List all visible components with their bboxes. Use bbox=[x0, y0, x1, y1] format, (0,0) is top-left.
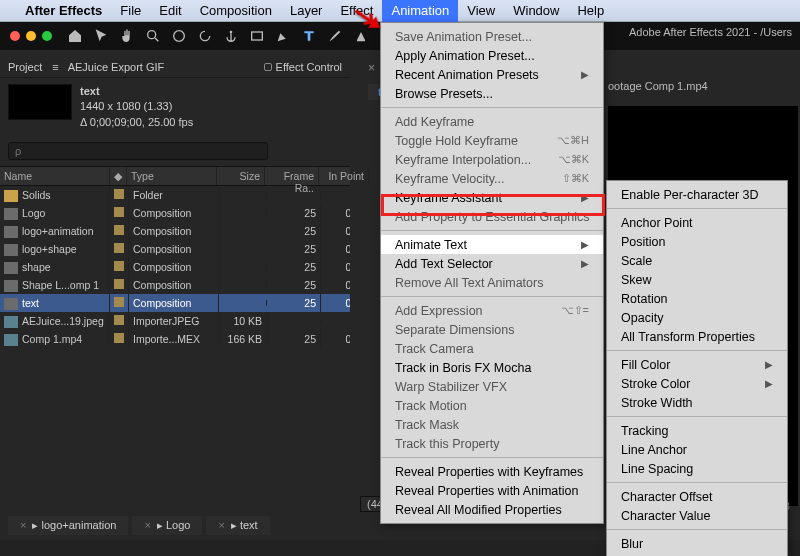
label-swatch[interactable] bbox=[114, 297, 124, 307]
anchor-tool-icon[interactable] bbox=[222, 27, 240, 45]
timeline-tab[interactable]: ×▸ Logo bbox=[132, 516, 202, 535]
menu-item[interactable]: Tracking bbox=[607, 421, 787, 440]
selected-comp-dims: 1440 x 1080 (1.33) bbox=[80, 99, 193, 114]
project-row[interactable]: Comp 1.mp4Importe...MEX166 KB250:00 bbox=[0, 330, 350, 348]
menu-item[interactable]: Scale bbox=[607, 251, 787, 270]
menu-item[interactable]: Reveal Properties with Animation bbox=[381, 481, 603, 500]
rotate-tool-icon[interactable] bbox=[196, 27, 214, 45]
menu-item[interactable]: Animate Text▶ bbox=[381, 235, 603, 254]
comp-thumbnail[interactable] bbox=[8, 84, 72, 120]
project-row[interactable]: textComposition250:00 bbox=[0, 294, 350, 312]
footage-icon bbox=[4, 316, 18, 328]
menu-item: Keyframe Interpolation...⌥⌘K bbox=[381, 150, 603, 169]
menu-item: Add Keyframe bbox=[381, 112, 603, 131]
menu-item[interactable]: Add Text Selector▶ bbox=[381, 254, 603, 273]
label-swatch[interactable] bbox=[114, 243, 124, 253]
menu-item[interactable]: Stroke Width bbox=[607, 393, 787, 412]
project-search-input[interactable] bbox=[8, 142, 268, 160]
menu-item[interactable]: Browse Presets... bbox=[381, 84, 603, 103]
hand-tool-icon[interactable] bbox=[118, 27, 136, 45]
menu-help[interactable]: Help bbox=[568, 0, 613, 22]
menu-item[interactable]: Reveal All Modified Properties bbox=[381, 500, 603, 519]
panel-menu-icon[interactable]: ≡ bbox=[52, 61, 57, 73]
project-row[interactable]: logo+shapeComposition250:00 bbox=[0, 240, 350, 258]
menu-item[interactable]: Reveal Properties with KeyframesU bbox=[381, 462, 603, 481]
menu-item[interactable]: Recent Animation Presets▶ bbox=[381, 65, 603, 84]
submenu-arrow-icon: ▶ bbox=[581, 69, 589, 80]
menu-view[interactable]: View bbox=[458, 0, 504, 22]
timeline-tab[interactable]: ×▸ logo+animation bbox=[8, 516, 128, 535]
menu-file[interactable]: File bbox=[111, 0, 150, 22]
menu-item[interactable]: Opacity bbox=[607, 308, 787, 327]
project-row[interactable]: shapeComposition250:00 bbox=[0, 258, 350, 276]
menu-composition[interactable]: Composition bbox=[191, 0, 281, 22]
col-name[interactable]: Name bbox=[0, 167, 110, 185]
label-swatch[interactable] bbox=[114, 189, 124, 199]
panel-close-icon[interactable]: × bbox=[368, 61, 375, 75]
col-size[interactable]: Size bbox=[217, 167, 265, 185]
minimize-window-button[interactable] bbox=[26, 31, 36, 41]
menu-edit[interactable]: Edit bbox=[150, 0, 190, 22]
menu-item[interactable]: All Transform Properties bbox=[607, 327, 787, 346]
project-row[interactable]: LogoComposition250:00 bbox=[0, 204, 350, 222]
label-swatch[interactable] bbox=[114, 315, 124, 325]
close-icon[interactable]: × bbox=[144, 519, 150, 531]
close-icon[interactable]: × bbox=[20, 519, 26, 531]
menu-item[interactable]: Keyframe Assistant▶ bbox=[381, 188, 603, 207]
comp-icon bbox=[4, 298, 18, 310]
menu-item[interactable]: Rotation bbox=[607, 289, 787, 308]
menu-layer[interactable]: Layer bbox=[281, 0, 332, 22]
project-row[interactable]: Shape L...omp 1Composition250:00 bbox=[0, 276, 350, 294]
col-framerate[interactable]: Frame Ra.. bbox=[265, 167, 319, 185]
menu-window[interactable]: Window bbox=[504, 0, 568, 22]
timeline-tabs: ×▸ logo+animation×▸ Logo×▸ text bbox=[8, 514, 270, 536]
menu-item[interactable]: Apply Animation Preset... bbox=[381, 46, 603, 65]
type-tool-icon[interactable] bbox=[300, 27, 318, 45]
col-type[interactable]: Type bbox=[127, 167, 217, 185]
menu-item: Save Animation Preset... bbox=[381, 27, 603, 46]
label-swatch[interactable] bbox=[114, 261, 124, 271]
project-row[interactable]: logo+animationComposition250:00 bbox=[0, 222, 350, 240]
aejuice-export-tab[interactable]: AEJuice Export GIF bbox=[68, 61, 165, 73]
menu-item[interactable]: Stroke Color▶ bbox=[607, 374, 787, 393]
menu-item[interactable]: Character Offset bbox=[607, 487, 787, 506]
menu-animation[interactable]: Animation bbox=[382, 0, 458, 22]
menu-item[interactable]: Blur bbox=[607, 534, 787, 553]
menu-item[interactable]: Anchor Point bbox=[607, 213, 787, 232]
menu-item: Track Camera bbox=[381, 339, 603, 358]
menu-item: Remove All Text Animators bbox=[381, 273, 603, 292]
menu-item[interactable]: Fill Color▶ bbox=[607, 355, 787, 374]
label-swatch[interactable] bbox=[114, 225, 124, 235]
zoom-window-button[interactable] bbox=[42, 31, 52, 41]
menu-item[interactable]: Character Value bbox=[607, 506, 787, 525]
menu-item[interactable]: Position bbox=[607, 232, 787, 251]
zoom-tool-icon[interactable] bbox=[144, 27, 162, 45]
menu-item[interactable]: Track in Boris FX Mocha bbox=[381, 358, 603, 377]
effect-control-tab[interactable]: Effect Control bbox=[276, 61, 342, 73]
label-swatch[interactable] bbox=[114, 207, 124, 217]
menu-item[interactable]: Skew bbox=[607, 270, 787, 289]
home-icon[interactable] bbox=[66, 27, 84, 45]
selection-tool-icon[interactable] bbox=[92, 27, 110, 45]
timeline-tab[interactable]: ×▸ text bbox=[206, 516, 269, 535]
svg-rect-3 bbox=[252, 32, 263, 40]
project-panel: Project ≡ AEJuice Export GIF Effect Cont… bbox=[0, 56, 350, 376]
label-swatch[interactable] bbox=[114, 279, 124, 289]
close-icon[interactable]: × bbox=[218, 519, 224, 531]
project-row[interactable]: AEJuice...19.jpegImporterJPEG10 KB bbox=[0, 312, 350, 330]
menu-item: Track Mask bbox=[381, 415, 603, 434]
menu-item[interactable]: Line Anchor bbox=[607, 440, 787, 459]
col-label-icon[interactable]: ◆ bbox=[110, 167, 127, 185]
menu-item[interactable]: Enable Per-character 3D bbox=[607, 185, 787, 204]
project-panel-label[interactable]: Project bbox=[8, 61, 42, 73]
menubar-app[interactable]: After Effects bbox=[16, 0, 111, 22]
menu-item: Warp Stabilizer VFX bbox=[381, 377, 603, 396]
rect-tool-icon[interactable] bbox=[248, 27, 266, 45]
orbit-tool-icon[interactable] bbox=[170, 27, 188, 45]
close-window-button[interactable] bbox=[10, 31, 20, 41]
label-swatch[interactable] bbox=[114, 333, 124, 343]
pen-tool-icon[interactable] bbox=[274, 27, 292, 45]
brush-tool-icon[interactable] bbox=[326, 27, 344, 45]
col-inpoint[interactable]: In Point bbox=[319, 167, 369, 185]
menu-item[interactable]: Line Spacing bbox=[607, 459, 787, 478]
